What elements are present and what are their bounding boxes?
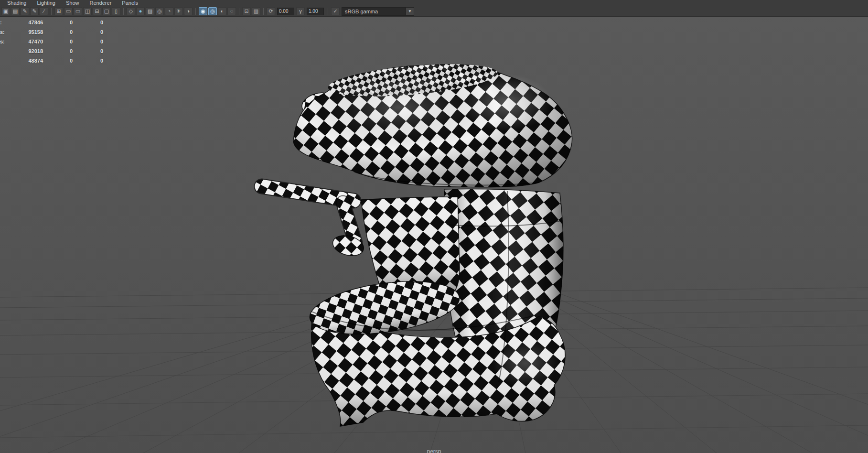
hud-row: :4784600 (0, 18, 103, 27)
menu-item-lighting[interactable]: Lighting (32, 0, 61, 6)
toolbar-separator (195, 8, 196, 15)
antialias-icon[interactable]: ◎ (208, 7, 217, 15)
film-gate-icon[interactable]: ▭ (64, 7, 73, 15)
hud-col2: 0 (43, 39, 73, 44)
hud-col2: 0 (43, 58, 73, 64)
gate-mask-icon[interactable]: ◫ (83, 7, 92, 15)
hud-col2: 0 (43, 20, 73, 25)
material-icon[interactable]: ◎ (155, 7, 164, 15)
hud-row: s:4747000 (0, 37, 103, 46)
hud-row: 9201800 (0, 46, 103, 56)
eraser-icon[interactable]: ∕ (40, 7, 48, 15)
lights-icon[interactable]: ☀ (174, 7, 183, 15)
isolate-select-icon[interactable]: ⊡ (242, 7, 251, 15)
textured-icon[interactable]: ▨ (146, 7, 154, 15)
hud-value: 95158 (6, 29, 43, 35)
viewport-canvas[interactable] (0, 17, 868, 453)
menu-item-shading[interactable]: Shading (2, 0, 32, 6)
gamma-field[interactable] (307, 8, 324, 15)
motion-blur-icon[interactable]: ◌ (227, 7, 236, 15)
toolbar-separator (239, 8, 239, 15)
perspective-viewport[interactable]: :4784600s:9515800s:474700092018004887400… (0, 17, 868, 453)
hud-col3: 0 (73, 58, 103, 64)
resolution-gate-icon[interactable]: ▭ (74, 7, 82, 15)
camera-name-label: persp (427, 448, 441, 453)
hud-row: s:9515800 (0, 27, 103, 37)
hud-row: 4887400 (0, 56, 103, 65)
chevron-down-icon: ▼ (406, 8, 414, 15)
occlusion-icon[interactable]: ◉ (199, 7, 207, 15)
color-management-toggle-icon[interactable]: ✓ (331, 7, 340, 15)
hud-label: s: (0, 39, 6, 44)
gamma-icon[interactable]: γ (296, 7, 305, 15)
view-transform-value: sRGB gamma (345, 9, 378, 14)
hud-value: 48874 (6, 58, 43, 64)
wireframe-icon[interactable]: ◇ (127, 7, 135, 15)
toolbar-separator (123, 8, 124, 15)
menu-item-show[interactable]: Show (61, 0, 85, 6)
depth-of-field-icon[interactable]: ◐ (218, 7, 226, 15)
marker-icon[interactable]: ✎ (30, 7, 39, 15)
film-icon[interactable]: ▤ (11, 7, 20, 15)
hud-value: 47470 (6, 39, 43, 44)
toolbar-separator (328, 8, 328, 15)
exposure-field[interactable] (277, 8, 294, 15)
safe-title-icon[interactable]: ▯ (112, 7, 120, 15)
toolbar-icons: ▣▤✎✎∕⊞▭▭◫⊟▢▯◇●▨◎◔☀◑◉◎◐◌⊡▥ (1, 7, 261, 15)
hud-col3: 0 (73, 29, 103, 35)
hud-col3: 0 (73, 48, 103, 54)
grid-toggle-icon[interactable]: ⊞ (54, 7, 63, 15)
machine-head (293, 59, 572, 187)
hud-label: s: (0, 29, 6, 35)
espresso-machine-model[interactable] (262, 59, 572, 426)
camera-icon[interactable]: ▣ (1, 7, 10, 15)
hud-col2: 0 (43, 29, 73, 35)
field-chart-icon[interactable]: ⊟ (93, 7, 101, 15)
toolbar-separator (263, 8, 264, 15)
shadows-icon[interactable]: ◑ (184, 7, 193, 15)
hud-value: 92018 (6, 48, 43, 54)
grease-pencil-icon[interactable]: ✎ (21, 7, 29, 15)
hud-col3: 0 (73, 20, 103, 25)
hud-poly-count: :4784600s:9515800s:474700092018004887400 (0, 18, 103, 65)
checker-sphere-icon[interactable]: ◔ (165, 7, 173, 15)
menu-item-renderer[interactable]: Renderer (84, 0, 117, 6)
toolbar-separator (51, 8, 52, 15)
view-transform-dropdown[interactable]: sRGB gamma ▼ (342, 7, 414, 16)
menu-bar: ShadingLightingShowRendererPanels (0, 0, 868, 6)
hud-value: 47846 (6, 20, 43, 25)
hud-col3: 0 (73, 39, 103, 44)
viewport-toolbar: ▣▤✎✎∕⊞▭▭◫⊟▢▯◇●▨◎◔☀◑◉◎◐◌⊡▥ ⟳ γ ✓ sRGB gam… (0, 6, 868, 17)
safe-action-icon[interactable]: ▢ (102, 7, 111, 15)
hud-label: : (0, 20, 6, 25)
shaded-icon[interactable]: ● (136, 7, 145, 15)
menu-item-panels[interactable]: Panels (117, 0, 143, 6)
xray-icon[interactable]: ▥ (252, 7, 260, 15)
hud-col2: 0 (43, 48, 73, 54)
steam-wand (262, 186, 366, 259)
exposure-icon[interactable]: ⟳ (267, 7, 275, 15)
